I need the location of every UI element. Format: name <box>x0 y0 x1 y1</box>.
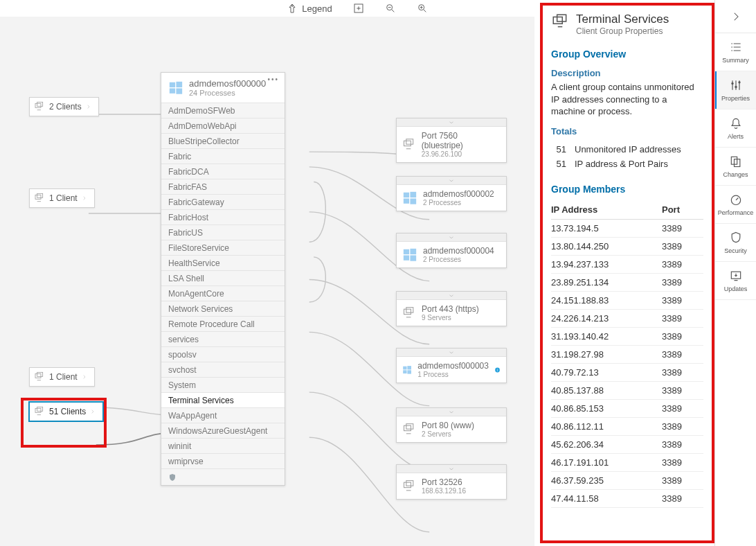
table-row[interactable]: 23.89.251.1343389 <box>551 273 703 291</box>
process-item[interactable]: AdmDemoWebApi <box>161 118 285 133</box>
zoom-in-button[interactable] <box>417 3 428 14</box>
process-item[interactable]: System <box>161 377 285 392</box>
table-row[interactable]: 46.17.191.1013389 <box>551 453 703 471</box>
machine-node-mini[interactable]: admdemosf0000031 Processi <box>396 348 507 383</box>
client-group-icon <box>551 12 569 30</box>
map-canvas[interactable]: 2 Clients1 Client1 Client51 Clients admd… <box>0 17 534 546</box>
client-group-node[interactable]: 51 Clients <box>29 402 103 421</box>
process-item[interactable]: wininit <box>161 438 285 453</box>
table-row[interactable]: 46.37.59.2353389 <box>551 471 703 489</box>
svg-rect-22 <box>404 249 409 254</box>
rail-tab-alerts[interactable]: Alerts <box>715 109 756 148</box>
port-node[interactable]: Port 443 (https)9 Servers <box>396 291 507 326</box>
process-item[interactable]: Terminal Services <box>161 392 285 407</box>
rail-tab-updates[interactable]: Updates <box>715 262 756 300</box>
expand-toggle[interactable] <box>397 177 506 185</box>
fit-button[interactable] <box>353 3 364 14</box>
svg-rect-23 <box>410 248 416 254</box>
client-group-node[interactable]: 1 Client <box>29 188 95 208</box>
expand-toggle[interactable] <box>397 292 506 300</box>
chevron-down-icon <box>448 294 455 298</box>
table-row[interactable]: 40.85.137.883389 <box>551 381 703 399</box>
expand-toggle[interactable] <box>397 349 506 357</box>
process-item[interactable]: MonAgentCore <box>161 285 285 301</box>
process-item[interactable]: FabricGateway <box>161 194 285 209</box>
machine-node[interactable]: admdemosf000000 24 Processes ••• AdmDemo… <box>161 72 285 486</box>
process-item[interactable]: Network Services <box>161 301 285 316</box>
monitor-icon <box>402 306 416 320</box>
rail-tab-performance[interactable]: Performance <box>715 186 756 224</box>
process-item[interactable]: AdmDemoSFWeb <box>161 103 285 118</box>
process-item[interactable]: HealthService <box>161 255 285 270</box>
panel-subtitle: Client Group Properties <box>576 26 669 36</box>
process-item[interactable]: svchost <box>161 362 285 377</box>
zoom-out-button[interactable] <box>385 3 396 14</box>
collapse-panel-button[interactable] <box>715 0 756 33</box>
machine-node-mini[interactable]: admdemosf0000042 Processes <box>396 233 507 268</box>
table-row[interactable]: 31.193.140.423389 <box>551 327 703 345</box>
expand-toggle[interactable] <box>397 234 506 242</box>
info-icon[interactable]: i <box>494 365 501 375</box>
expand-toggle[interactable] <box>397 465 506 473</box>
process-item[interactable]: Remote Procedure Call <box>161 316 285 331</box>
table-row[interactable]: 47.44.11.583389 <box>551 489 703 507</box>
process-item[interactable]: FileStoreService <box>161 240 285 255</box>
rail-label: Properties <box>721 95 750 102</box>
process-item[interactable]: wmiprvse <box>161 453 285 468</box>
machine-node-mini[interactable]: admdemosf0000022 Processes <box>396 176 507 211</box>
svg-rect-4 <box>35 103 41 107</box>
client-count-label: 2 Clients <box>49 102 82 112</box>
svg-rect-5 <box>37 102 43 106</box>
table-row[interactable]: 45.62.206.343389 <box>551 435 703 453</box>
table-row[interactable]: 13.73.194.53389 <box>551 219 703 237</box>
rail-tab-properties[interactable]: Properties <box>715 71 756 109</box>
node-subtitle: 168.63.129.16 <box>422 487 466 495</box>
rail-tab-security[interactable]: Security <box>715 224 756 262</box>
process-item[interactable]: services <box>161 331 285 346</box>
client-group-node[interactable]: 2 Clients <box>29 97 99 116</box>
process-item[interactable]: WindowsAzureGuestAgent <box>161 423 285 438</box>
totals-label: IP address & Port Pairs <box>575 159 668 169</box>
table-row[interactable]: 13.80.144.2503389 <box>551 237 703 255</box>
table-row[interactable]: 40.86.112.113389 <box>551 417 703 435</box>
port-node[interactable]: Port 80 (www)2 Servers <box>396 407 507 443</box>
port-node[interactable]: Port 32526168.63.129.16 <box>396 464 507 500</box>
machine-header[interactable]: admdemosf000000 24 Processes ••• <box>161 73 285 103</box>
expand-toggle[interactable] <box>397 408 506 416</box>
table-row[interactable]: 13.94.237.1333389 <box>551 255 703 273</box>
rail-tab-summary[interactable]: Summary <box>715 33 756 71</box>
process-item[interactable]: FabricUS <box>161 224 285 240</box>
process-item[interactable]: FabricDCA <box>161 164 285 179</box>
client-count-label: 1 Client <box>49 372 78 382</box>
rail-label: Updates <box>724 285 748 292</box>
legend-button[interactable]: Legend <box>287 3 332 14</box>
rail-tab-changes[interactable]: Changes <box>715 148 756 186</box>
process-item[interactable]: Fabric <box>161 148 285 164</box>
process-item[interactable]: FabricFAS <box>161 179 285 194</box>
process-item[interactable]: LSA Shell <box>161 270 285 285</box>
table-row[interactable]: 40.79.72.133389 <box>551 363 703 381</box>
col-ip: IP Address <box>551 200 662 220</box>
client-group-node[interactable]: 1 Client <box>29 367 95 387</box>
machine-menu-button[interactable]: ••• <box>267 76 279 83</box>
expand-toggle[interactable] <box>397 118 506 127</box>
process-item[interactable]: FabricHost <box>161 209 285 224</box>
monitor-icon <box>402 423 416 437</box>
table-row[interactable]: 24.151.188.833389 <box>551 291 703 309</box>
process-item[interactable]: WaAppAgent <box>161 407 285 423</box>
process-item[interactable]: BlueStripeCollector <box>161 133 285 148</box>
cell-ip: 46.37.59.235 <box>551 471 662 489</box>
cell-port: 3389 <box>662 363 703 381</box>
cell-port: 3389 <box>662 381 703 399</box>
process-item[interactable]: spoolsv <box>161 346 285 362</box>
table-row[interactable]: 40.86.85.1533389 <box>551 399 703 417</box>
performance-icon <box>729 193 743 206</box>
rail-label: Changes <box>723 171 748 178</box>
node-subtitle: 9 Servers <box>422 314 479 322</box>
svg-rect-10 <box>35 408 41 412</box>
svg-rect-38 <box>553 17 562 24</box>
table-row[interactable]: 31.198.27.983389 <box>551 345 703 363</box>
table-row[interactable]: 24.226.14.2133389 <box>551 309 703 327</box>
port-node[interactable]: Port 7560 (bluestripe)23.96.26.100 <box>396 118 507 163</box>
process-list: AdmDemoSFWebAdmDemoWebApiBlueStripeColle… <box>161 103 285 468</box>
